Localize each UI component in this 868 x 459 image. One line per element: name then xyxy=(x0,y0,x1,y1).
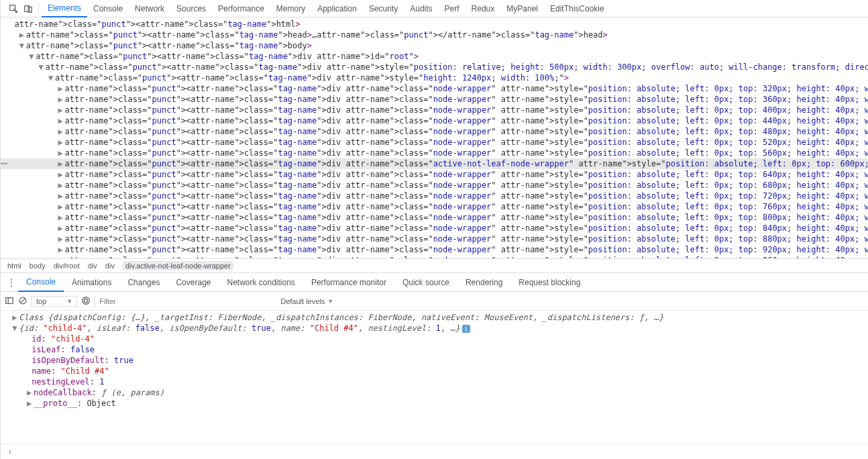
context-label: top xyxy=(36,297,46,305)
svg-line-6 xyxy=(21,298,25,303)
drawer-tab-changes[interactable]: Changes xyxy=(119,273,168,292)
console-output[interactable]: ▶Class {dispatchConfig: {…}, _targetInst… xyxy=(1,311,868,444)
separator xyxy=(95,295,95,307)
breadcrumb-item[interactable]: div#root xyxy=(54,262,80,270)
tab-editthiscookie[interactable]: EditThisCookie xyxy=(544,0,610,17)
console-row[interactable]: id: "child-4" xyxy=(7,334,868,344)
drawer-tab-network-conditions[interactable]: Network conditions xyxy=(219,273,303,292)
levels-label: Default levels xyxy=(280,297,325,305)
drawer-tab-rendering[interactable]: Rendering xyxy=(457,273,510,292)
drawer-tabs: ⋮ ConsoleAnimationsChangesCoverageNetwor… xyxy=(1,273,868,292)
drawer-tab-performance-monitor[interactable]: Performance monitor xyxy=(303,273,394,292)
breadcrumb-item[interactable]: div.active-not-leaf-node-wrapper xyxy=(123,261,233,270)
console-row[interactable]: ▼{id: "child-4", isLeaf: false, isOpenBy… xyxy=(7,323,868,334)
console-sidebar-toggle-icon[interactable] xyxy=(5,296,14,307)
chevron-down-icon: ▼ xyxy=(327,298,333,305)
chevron-down-icon: ▼ xyxy=(66,298,72,305)
source-line[interactable]: ▶attr-name">class="punct"><attr-name">cl… xyxy=(1,115,868,126)
source-line[interactable]: ▼attr-name">class="punct"><attr-name">cl… xyxy=(1,62,868,72)
tab-perf[interactable]: Perf xyxy=(439,0,466,17)
console-toolbar: top ▼ Default levels ▼ xyxy=(1,292,868,311)
devtools-toolbar: ElementsConsoleNetworkSourcesPerformance… xyxy=(1,0,868,17)
breadcrumb-item[interactable]: div xyxy=(88,262,97,270)
drawer-tab-quick-source[interactable]: Quick source xyxy=(394,273,457,292)
svg-point-7 xyxy=(85,299,88,302)
tab-performance[interactable]: Performance xyxy=(212,0,270,17)
source-line[interactable]: ▶attr-name">class="punct"><attr-name">cl… xyxy=(1,234,868,244)
drawer-tab-coverage[interactable]: Coverage xyxy=(168,273,219,292)
toolbar-separator xyxy=(38,3,39,14)
live-expression-icon[interactable] xyxy=(81,296,91,307)
dom-breadcrumb: htmlbodydiv#rootdivdivdiv.active-not-lea… xyxy=(1,258,868,273)
breadcrumb-item[interactable]: div xyxy=(105,262,115,270)
tab-security[interactable]: Security xyxy=(363,0,404,17)
source-line[interactable]: ▶attr-name">class="punct"><attr-name">cl… xyxy=(1,180,868,191)
breadcrumb-item[interactable]: body xyxy=(30,262,46,270)
source-line[interactable]: ▶attr-name">class="punct"><attr-name">cl… xyxy=(1,137,868,148)
tab-console[interactable]: Console xyxy=(87,0,129,17)
source-line[interactable]: ▶attr-name">class="punct"><attr-name">cl… xyxy=(1,30,868,40)
source-line[interactable]: ▼attr-name">class="punct"><attr-name">cl… xyxy=(1,51,868,62)
source-line[interactable]: ▶attr-name">class="punct"><attr-name">cl… xyxy=(1,191,868,201)
drawer-menu-icon[interactable]: ⋮ xyxy=(5,277,18,288)
source-line[interactable]: attr-name">class="punct"><attr-name">cla… xyxy=(1,19,868,30)
console-row[interactable]: isLeaf: false xyxy=(7,344,868,355)
source-line[interactable]: ▶attr-name">class="punct"><attr-name">cl… xyxy=(1,83,868,94)
source-line[interactable]: ▶attr-name">class="punct"><attr-name">cl… xyxy=(1,201,868,212)
drawer-tab-request-blocking[interactable]: Request blocking xyxy=(510,273,588,292)
inspect-icon[interactable] xyxy=(6,1,21,16)
drawer-tab-animations[interactable]: Animations xyxy=(64,273,119,292)
source-line[interactable]: ▶attr-name">class="punct"><attr-name">cl… xyxy=(1,255,868,258)
console-row[interactable]: ▶Class {dispatchConfig: {…}, _targetInst… xyxy=(7,312,868,323)
console-row[interactable]: isOpenByDefault: true xyxy=(7,355,868,366)
tab-elements[interactable]: Elements xyxy=(42,0,87,17)
source-line[interactable]: ▼attr-name">class="punct"><attr-name">cl… xyxy=(1,40,868,51)
device-toggle-icon[interactable] xyxy=(21,1,36,16)
tab-redux[interactable]: Redux xyxy=(466,0,501,17)
devtools-panel: ElementsConsoleNetworkSourcesPerformance… xyxy=(0,0,868,459)
source-line[interactable]: ▶attr-name">class="punct"><attr-name">cl… xyxy=(1,105,868,115)
source-line[interactable]: ▶attr-name">class="punct"><attr-name">cl… xyxy=(1,223,868,234)
console-row[interactable]: name: "Child #4" xyxy=(7,366,868,376)
elements-panel[interactable]: attr-name">class="punct"><attr-name">cla… xyxy=(1,17,868,258)
source-line[interactable]: ▶attr-name">class="punct"><attr-name">cl… xyxy=(1,158,868,169)
tab-application[interactable]: Application xyxy=(311,0,363,17)
tab-mypanel[interactable]: MyPanel xyxy=(500,0,544,17)
drawer-tab-console[interactable]: Console xyxy=(18,273,64,292)
source-line[interactable]: ▶attr-name">class="punct"><attr-name">cl… xyxy=(1,244,868,255)
log-levels-selector[interactable]: Default levels ▼ xyxy=(280,297,333,305)
tab-audits[interactable]: Audits xyxy=(404,0,438,17)
info-badge-icon[interactable]: i xyxy=(462,325,470,333)
console-row[interactable]: nestingLevel: 1 xyxy=(7,376,868,387)
execution-context-selector[interactable]: top ▼ xyxy=(32,296,77,307)
source-line[interactable]: ▼attr-name">class="punct"><attr-name">cl… xyxy=(1,72,868,83)
tab-memory[interactable]: Memory xyxy=(270,0,311,17)
source-line[interactable]: ▶attr-name">class="punct"><attr-name">cl… xyxy=(1,126,868,137)
clear-console-icon[interactable] xyxy=(18,296,28,307)
console-row[interactable]: ▶nodeCallback: ƒ (e, params) xyxy=(7,387,868,398)
source-line[interactable]: ▶attr-name">class="punct"><attr-name">cl… xyxy=(1,212,868,223)
tab-network[interactable]: Network xyxy=(129,0,170,17)
source-line[interactable]: ▶attr-name">class="punct"><attr-name">cl… xyxy=(1,148,868,158)
console-prompt[interactable]: › xyxy=(1,444,868,459)
svg-rect-3 xyxy=(6,297,13,303)
breadcrumb-item[interactable]: html xyxy=(7,262,21,270)
tab-sources[interactable]: Sources xyxy=(170,0,212,17)
source-line[interactable]: ▶attr-name">class="punct"><attr-name">cl… xyxy=(1,94,868,105)
source-line[interactable]: ▶attr-name">class="punct"><attr-name">cl… xyxy=(1,169,868,180)
console-row[interactable]: ▶__proto__: Object xyxy=(7,398,868,409)
console-filter-input[interactable] xyxy=(99,297,274,305)
